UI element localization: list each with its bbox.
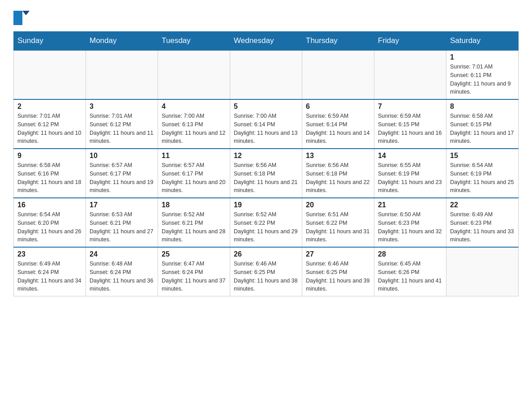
day-number: 17 bbox=[90, 201, 154, 209]
calendar-cell: 4Sunrise: 7:00 AMSunset: 6:13 PMDaylight… bbox=[158, 99, 230, 149]
calendar-week-3: 9Sunrise: 6:58 AMSunset: 6:16 PMDaylight… bbox=[14, 149, 519, 198]
day-info: Sunrise: 6:48 AMSunset: 6:24 PMDaylight:… bbox=[90, 260, 154, 293]
calendar-header: SundayMondayTuesdayWednesdayThursdayFrid… bbox=[14, 32, 519, 51]
day-info: Sunrise: 6:46 AMSunset: 6:25 PMDaylight:… bbox=[306, 260, 370, 293]
day-number: 15 bbox=[450, 152, 515, 160]
day-number: 16 bbox=[17, 201, 82, 209]
calendar-week-2: 2Sunrise: 7:01 AMSunset: 6:12 PMDaylight… bbox=[14, 99, 519, 149]
calendar-cell: 27Sunrise: 6:46 AMSunset: 6:25 PMDayligh… bbox=[302, 247, 374, 296]
day-info: Sunrise: 6:50 AMSunset: 6:23 PMDaylight:… bbox=[378, 210, 442, 244]
day-info: Sunrise: 6:57 AMSunset: 6:17 PMDaylight:… bbox=[90, 161, 154, 195]
calendar-table: SundayMondayTuesdayWednesdayThursdayFrid… bbox=[13, 31, 519, 296]
day-info: Sunrise: 7:01 AMSunset: 6:12 PMDaylight:… bbox=[90, 112, 154, 146]
day-number: 8 bbox=[450, 103, 515, 111]
calendar-week-4: 16Sunrise: 6:54 AMSunset: 6:20 PMDayligh… bbox=[14, 198, 519, 247]
day-number: 28 bbox=[378, 250, 442, 258]
day-info: Sunrise: 7:01 AMSunset: 6:12 PMDaylight:… bbox=[17, 112, 82, 146]
day-info: Sunrise: 6:59 AMSunset: 6:14 PMDaylight:… bbox=[306, 112, 370, 146]
day-info: Sunrise: 7:00 AMSunset: 6:13 PMDaylight:… bbox=[162, 112, 226, 146]
day-info: Sunrise: 6:47 AMSunset: 6:24 PMDaylight:… bbox=[162, 260, 226, 293]
calendar-cell: 15Sunrise: 6:54 AMSunset: 6:19 PMDayligh… bbox=[446, 149, 519, 198]
calendar-cell bbox=[374, 50, 446, 99]
calendar-cell: 8Sunrise: 6:58 AMSunset: 6:15 PMDaylight… bbox=[446, 99, 519, 149]
weekday-header-friday: Friday bbox=[374, 32, 446, 51]
day-info: Sunrise: 6:45 AMSunset: 6:26 PMDaylight:… bbox=[378, 260, 442, 293]
day-number: 2 bbox=[17, 103, 82, 111]
day-info: Sunrise: 6:59 AMSunset: 6:15 PMDaylight:… bbox=[378, 112, 442, 146]
svg-rect-0 bbox=[13, 11, 22, 20]
weekday-header-wednesday: Wednesday bbox=[230, 32, 302, 51]
day-info: Sunrise: 6:54 AMSunset: 6:19 PMDaylight:… bbox=[450, 161, 515, 195]
weekday-header-sunday: Sunday bbox=[14, 32, 86, 51]
calendar-cell bbox=[158, 50, 230, 99]
calendar-cell: 17Sunrise: 6:53 AMSunset: 6:21 PMDayligh… bbox=[86, 198, 158, 247]
day-info: Sunrise: 6:55 AMSunset: 6:19 PMDaylight:… bbox=[378, 161, 442, 195]
calendar-cell: 10Sunrise: 6:57 AMSunset: 6:17 PMDayligh… bbox=[86, 149, 158, 198]
day-info: Sunrise: 6:58 AMSunset: 6:15 PMDaylight:… bbox=[450, 112, 515, 146]
day-number: 25 bbox=[162, 250, 226, 258]
page-header bbox=[13, 9, 519, 27]
day-info: Sunrise: 7:01 AMSunset: 6:11 PMDaylight:… bbox=[450, 63, 515, 96]
day-number: 6 bbox=[306, 103, 370, 111]
day-info: Sunrise: 6:58 AMSunset: 6:16 PMDaylight:… bbox=[17, 161, 82, 195]
day-number: 22 bbox=[450, 201, 515, 209]
day-number: 26 bbox=[234, 250, 298, 258]
day-number: 7 bbox=[378, 103, 442, 111]
day-number: 23 bbox=[17, 250, 82, 258]
calendar-cell: 5Sunrise: 7:00 AMSunset: 6:14 PMDaylight… bbox=[230, 99, 302, 149]
calendar-cell: 16Sunrise: 6:54 AMSunset: 6:20 PMDayligh… bbox=[14, 198, 86, 247]
day-info: Sunrise: 6:52 AMSunset: 6:22 PMDaylight:… bbox=[234, 210, 298, 244]
calendar-cell: 11Sunrise: 6:57 AMSunset: 6:17 PMDayligh… bbox=[158, 149, 230, 198]
calendar-body: 1Sunrise: 7:01 AMSunset: 6:11 PMDaylight… bbox=[14, 50, 519, 296]
calendar-week-1: 1Sunrise: 7:01 AMSunset: 6:11 PMDaylight… bbox=[14, 50, 519, 99]
weekday-header-tuesday: Tuesday bbox=[158, 32, 230, 51]
calendar-cell: 22Sunrise: 6:49 AMSunset: 6:23 PMDayligh… bbox=[446, 198, 519, 247]
day-info: Sunrise: 6:53 AMSunset: 6:21 PMDaylight:… bbox=[90, 210, 154, 244]
day-number: 18 bbox=[162, 201, 226, 209]
calendar-cell bbox=[14, 50, 86, 99]
day-number: 27 bbox=[306, 250, 370, 258]
calendar-cell: 3Sunrise: 7:01 AMSunset: 6:12 PMDaylight… bbox=[86, 99, 158, 149]
day-info: Sunrise: 6:51 AMSunset: 6:22 PMDaylight:… bbox=[306, 210, 370, 244]
calendar-cell: 9Sunrise: 6:58 AMSunset: 6:16 PMDaylight… bbox=[14, 149, 86, 198]
calendar-cell: 23Sunrise: 6:49 AMSunset: 6:24 PMDayligh… bbox=[14, 247, 86, 296]
day-number: 21 bbox=[378, 201, 442, 209]
day-info: Sunrise: 6:49 AMSunset: 6:24 PMDaylight:… bbox=[17, 260, 82, 293]
day-number: 20 bbox=[306, 201, 370, 209]
day-info: Sunrise: 6:57 AMSunset: 6:17 PMDaylight:… bbox=[162, 161, 226, 195]
day-number: 1 bbox=[450, 53, 515, 61]
day-info: Sunrise: 6:56 AMSunset: 6:18 PMDaylight:… bbox=[234, 161, 298, 195]
calendar-cell: 12Sunrise: 6:56 AMSunset: 6:18 PMDayligh… bbox=[230, 149, 302, 198]
day-number: 10 bbox=[90, 152, 154, 160]
calendar-cell: 19Sunrise: 6:52 AMSunset: 6:22 PMDayligh… bbox=[230, 198, 302, 247]
calendar-cell: 25Sunrise: 6:47 AMSunset: 6:24 PMDayligh… bbox=[158, 247, 230, 296]
calendar-cell: 14Sunrise: 6:55 AMSunset: 6:19 PMDayligh… bbox=[374, 149, 446, 198]
day-info: Sunrise: 6:56 AMSunset: 6:18 PMDaylight:… bbox=[306, 161, 370, 195]
day-number: 5 bbox=[234, 103, 298, 111]
calendar-cell: 20Sunrise: 6:51 AMSunset: 6:22 PMDayligh… bbox=[302, 198, 374, 247]
weekday-header-thursday: Thursday bbox=[302, 32, 374, 51]
day-number: 11 bbox=[162, 152, 226, 160]
day-info: Sunrise: 6:54 AMSunset: 6:20 PMDaylight:… bbox=[17, 210, 82, 244]
calendar-cell: 28Sunrise: 6:45 AMSunset: 6:26 PMDayligh… bbox=[374, 247, 446, 296]
weekday-header-row: SundayMondayTuesdayWednesdayThursdayFrid… bbox=[14, 32, 519, 51]
calendar-cell: 2Sunrise: 7:01 AMSunset: 6:12 PMDaylight… bbox=[14, 99, 86, 149]
svg-rect-2 bbox=[13, 20, 22, 25]
day-number: 14 bbox=[378, 152, 442, 160]
calendar-cell bbox=[86, 50, 158, 99]
weekday-header-saturday: Saturday bbox=[446, 32, 519, 51]
day-info: Sunrise: 6:46 AMSunset: 6:25 PMDaylight:… bbox=[234, 260, 298, 293]
day-number: 24 bbox=[90, 250, 154, 258]
calendar-cell bbox=[230, 50, 302, 99]
day-info: Sunrise: 6:49 AMSunset: 6:23 PMDaylight:… bbox=[450, 210, 515, 244]
calendar-cell: 26Sunrise: 6:46 AMSunset: 6:25 PMDayligh… bbox=[230, 247, 302, 296]
day-info: Sunrise: 7:00 AMSunset: 6:14 PMDaylight:… bbox=[234, 112, 298, 146]
calendar-cell: 21Sunrise: 6:50 AMSunset: 6:23 PMDayligh… bbox=[374, 198, 446, 247]
day-number: 19 bbox=[234, 201, 298, 209]
day-info: Sunrise: 6:52 AMSunset: 6:21 PMDaylight:… bbox=[162, 210, 226, 244]
calendar-cell bbox=[302, 50, 374, 99]
day-number: 9 bbox=[17, 152, 82, 160]
day-number: 12 bbox=[234, 152, 298, 160]
calendar-cell: 13Sunrise: 6:56 AMSunset: 6:18 PMDayligh… bbox=[302, 149, 374, 198]
logo-icon bbox=[13, 9, 35, 27]
